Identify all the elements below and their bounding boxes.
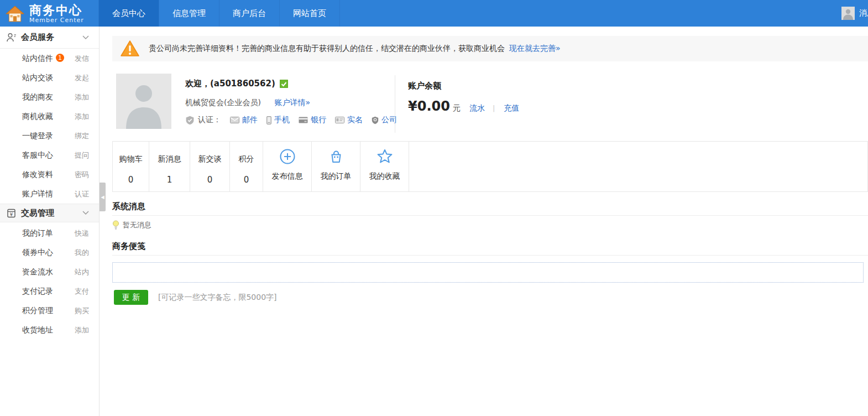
sidebar-item-chat: 站内交谈 发起 (0, 68, 99, 87)
logo[interactable]: 商务中心 Member Center (6, 4, 84, 24)
header-avatar[interactable] (841, 7, 855, 20)
notes-hint: [可记录一些文字备忘，限5000字] (158, 293, 277, 303)
stats-filler (409, 142, 867, 191)
sidebar-section-trade-management[interactable]: ¥ 交易管理 (0, 204, 99, 222)
sidebar-item-label[interactable]: 我的订单 (22, 223, 53, 243)
fund-flow-link[interactable]: 流水 (469, 103, 485, 113)
sidebar-item-label[interactable]: 一键登录 (22, 126, 53, 145)
sidebar-item-action[interactable]: 提问 (75, 145, 89, 165)
company-name: 机械贸促会(企业会员) (185, 98, 261, 107)
new-chats-count: 0 (207, 175, 213, 185)
sidebar: 会员服务 站内信件1 发信 站内交谈 发起 我的商友 添加 商机收藏 添加 一键… (0, 27, 100, 416)
sidebar-item-action[interactable]: 发信 (75, 49, 89, 68)
sidebar-item-service-center: 客服中心 提问 (0, 145, 99, 165)
certification-row: 认证： 邮件 手机 (185, 115, 397, 125)
chevron-down-icon[interactable] (82, 211, 89, 215)
balance-title: 账户余额 (408, 81, 441, 91)
sidebar-item-label[interactable]: 商机收藏 (22, 107, 53, 126)
counter-new-chats[interactable]: 新交谈 0 (190, 142, 230, 191)
member-center-app: 商务中心 Member Center 会员中心 信息管理 商户后台 网站首页 消… (0, 0, 868, 416)
sidebar-item-action[interactable]: 添加 (75, 87, 89, 107)
sidebar-item-label[interactable]: 积分管理 (22, 301, 53, 320)
system-messages-empty: 暂无消息 (112, 220, 151, 230)
svg-text:¥: ¥ (10, 211, 13, 217)
company-row: 机械贸促会(企业会员) 账户详情» (185, 98, 310, 108)
empty-message-text: 暂无消息 (123, 220, 151, 230)
sidebar-item-edit-profile: 修改资料 密码 (0, 165, 99, 184)
sidebar-item-action[interactable]: 绑定 (75, 126, 89, 145)
sidebar-item-action[interactable]: 发起 (75, 68, 89, 87)
sidebar-item-label[interactable]: 我的商友 (22, 87, 53, 107)
sidebar-item-coupon-center: 领券中心 我的 (0, 243, 99, 262)
counter-points[interactable]: 积分 0 (230, 142, 263, 191)
cert-bank: 银行 (299, 115, 326, 125)
sidebar-item-one-key-login: 一键登录 绑定 (0, 126, 99, 145)
top-header: 商务中心 Member Center 会员中心 信息管理 商户后台 网站首页 消… (0, 0, 868, 27)
tab-site-home[interactable]: 网站首页 (279, 0, 340, 27)
sidebar-item-action[interactable]: 购买 (75, 301, 89, 320)
cert-mobile: 手机 (266, 115, 290, 125)
account-detail-link[interactable]: 账户详情» (274, 98, 310, 107)
sidebar-item-label[interactable]: 站内交谈 (22, 68, 53, 87)
cert-email: 邮件 (230, 115, 258, 125)
shield-icon (185, 116, 195, 125)
sidebar-section-member-services[interactable]: 会员服务 (0, 27, 99, 49)
plus-circle-icon (279, 148, 296, 165)
sidebar-item-label[interactable]: 资金流水 (22, 262, 53, 282)
chevron-down-icon[interactable] (82, 35, 89, 40)
vertical-divider (395, 75, 395, 133)
sidebar-item-label[interactable]: 修改资料 (22, 165, 53, 184)
recharge-link[interactable]: 充值 (504, 103, 519, 113)
my-favorites-button[interactable]: 我的收藏 (360, 142, 409, 191)
business-notes-title: 商务便笺 (112, 241, 145, 251)
star-icon (377, 148, 393, 165)
sidebar-item-payment-records: 支付记录 支付 (0, 282, 99, 301)
cert-label: 认证： (198, 115, 221, 125)
banner-text: 贵公司尚未完善详细资料！完善的商业信息有助于获得别人的信任，结交潜在的商业伙伴，… (149, 44, 505, 54)
company-badge-icon (372, 116, 379, 124)
sidebar-collapse-handle[interactable]: ◀ (100, 183, 106, 211)
sidebar-item-action[interactable]: 我的 (75, 243, 89, 262)
sidebar-item-messages: 站内信件1 发信 (0, 49, 99, 68)
sidebar-item-points-management: 积分管理 购买 (0, 301, 99, 320)
sidebar-item-label[interactable]: 客服中心 (22, 145, 53, 165)
counter-cart[interactable]: 购物车 0 (113, 142, 149, 191)
sidebar-item-action[interactable]: 站内 (75, 262, 89, 282)
sidebar-item-label[interactable]: 账户详情 (22, 184, 53, 204)
section-title: 交易管理 (21, 208, 54, 219)
sidebar-item-label[interactable]: 站内信件1 (22, 49, 64, 68)
tab-member-center[interactable]: 会员中心 (98, 0, 159, 27)
sidebar-item-label[interactable]: 领券中心 (22, 243, 53, 262)
update-button[interactable]: 更 新 (114, 290, 148, 305)
welcome-row: 欢迎，(a501860562) (185, 79, 288, 89)
section-title: 会员服务 (21, 32, 54, 43)
system-messages-header: 系统消息 (112, 201, 868, 216)
phone-icon (266, 116, 271, 124)
publish-info-button[interactable]: 发布信息 (263, 142, 312, 191)
sidebar-item-fund-flow: 资金流水 站内 (0, 262, 99, 282)
tab-info-management[interactable]: 信息管理 (159, 0, 219, 27)
sidebar-item-label[interactable]: 支付记录 (22, 282, 53, 301)
sidebar-item-action[interactable]: 添加 (75, 107, 89, 126)
business-notes-input[interactable] (112, 262, 864, 283)
header-messages-link[interactable]: 消息 (859, 8, 868, 18)
main-nav: 会员中心 信息管理 商户后台 网站首页 (98, 0, 340, 27)
sidebar-item-action[interactable]: 认证 (75, 184, 89, 204)
my-orders-button[interactable]: 我的订单 (312, 142, 360, 191)
id-card-icon (335, 117, 344, 123)
points-count: 0 (244, 175, 249, 185)
sidebar-item-action[interactable]: 快递 (75, 223, 89, 243)
cert-company: 公司 (372, 115, 397, 125)
sidebar-item-action[interactable]: 添加 (75, 320, 89, 340)
verified-check-icon (280, 80, 288, 88)
tab-merchant-backend[interactable]: 商户后台 (219, 0, 279, 27)
balance-row: ¥0.00 元 流水 | 充值 (408, 98, 519, 114)
counter-new-messages[interactable]: 新消息 1 (149, 142, 190, 191)
business-notes-header: 商务便笺 (112, 241, 868, 256)
sidebar-item-label[interactable]: 收货地址 (22, 320, 53, 340)
sidebar-item-action[interactable]: 密码 (75, 165, 89, 184)
home-icon (6, 4, 24, 23)
sidebar-item-action[interactable]: 支付 (75, 282, 89, 301)
sidebar-item-favorites: 商机收藏 添加 (0, 107, 99, 126)
complete-now-link[interactable]: 现在就去完善» (509, 44, 561, 54)
